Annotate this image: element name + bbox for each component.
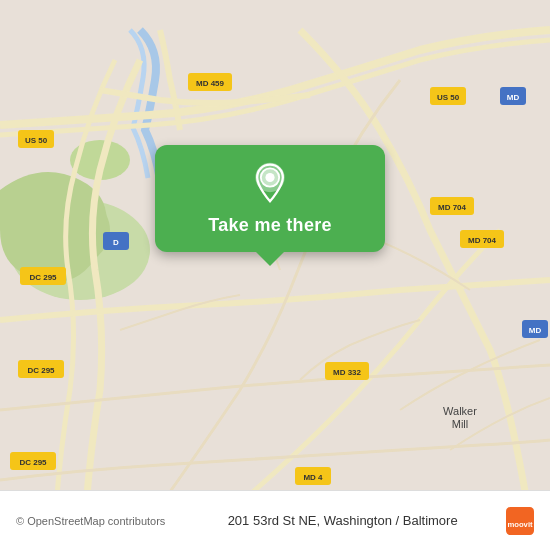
svg-text:Mill: Mill	[452, 418, 469, 430]
svg-text:MD 704: MD 704	[438, 203, 467, 212]
map-container: US 50 US 50 MD 459 DC 295 DC 295 DC 295 …	[0, 0, 550, 550]
svg-text:MD 332: MD 332	[333, 368, 362, 377]
moovit-logo: moovit	[506, 507, 534, 535]
location-pin-icon	[248, 161, 292, 205]
location-card: Take me there	[155, 145, 385, 252]
svg-text:Walker: Walker	[443, 405, 477, 417]
svg-text:DC 295: DC 295	[19, 458, 47, 467]
svg-text:DC 295: DC 295	[29, 273, 57, 282]
svg-text:US 50: US 50	[437, 93, 460, 102]
svg-text:DC 295: DC 295	[27, 366, 55, 375]
copyright-text: © OpenStreetMap contributors	[16, 515, 179, 527]
take-me-there-button[interactable]: Take me there	[208, 215, 332, 236]
address-label: 201 53rd St NE, Washington / Baltimore	[179, 513, 506, 528]
bottom-bar: © OpenStreetMap contributors 201 53rd St…	[0, 490, 550, 550]
svg-text:MD 4: MD 4	[303, 473, 323, 482]
svg-text:moovit: moovit	[507, 519, 533, 528]
svg-text:MD 459: MD 459	[196, 79, 225, 88]
moovit-logo-icon: moovit	[506, 507, 534, 535]
svg-text:D: D	[113, 238, 119, 247]
svg-text:MD: MD	[507, 93, 520, 102]
svg-text:MD 704: MD 704	[468, 236, 497, 245]
svg-point-34	[265, 173, 274, 182]
svg-text:US 50: US 50	[25, 136, 48, 145]
svg-text:MD: MD	[529, 326, 542, 335]
